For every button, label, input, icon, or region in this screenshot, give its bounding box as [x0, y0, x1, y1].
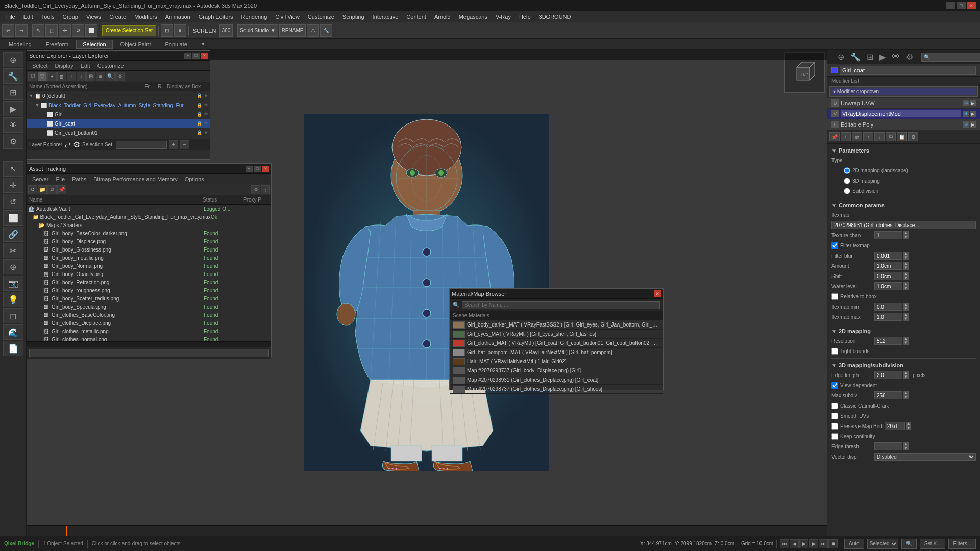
- max-subdiv-down[interactable]: ▼: [903, 395, 909, 399]
- preserve-map-input[interactable]: [885, 422, 905, 430]
- menu-item-v-ray[interactable]: V-Ray: [492, 13, 515, 21]
- asset-item-1[interactable]: 📁 Black_Toddler_Girl_Everyday_Autumn_Sty…: [27, 213, 271, 221]
- texmap-max-input[interactable]: [874, 313, 902, 321]
- asset-tracking-maximize-btn[interactable]: □: [254, 166, 261, 172]
- material-item-4[interactable]: Hair_MAT ( VRayHairNextMtl ) [Hair_Girl0…: [450, 357, 663, 366]
- select-region-button[interactable]: ⬚: [45, 24, 58, 37]
- menu-item-megascans[interactable]: Megascans: [455, 13, 492, 21]
- at-menu-paths[interactable]: Paths: [69, 176, 89, 183]
- select-tool[interactable]: ↖: [3, 161, 23, 177]
- edge-thresh-down[interactable]: ▼: [903, 446, 909, 450]
- resolution-down[interactable]: ▼: [903, 341, 909, 345]
- menu-item-interactive[interactable]: Interactive: [369, 13, 403, 21]
- camera-tool[interactable]: 📷: [3, 276, 23, 291]
- rotate-tool[interactable]: ↺: [3, 194, 23, 209]
- relative-bbox-check[interactable]: Relative to bbox: [831, 293, 877, 300]
- spacewarp-tool[interactable]: 🌊: [3, 324, 23, 340]
- menu-item-help[interactable]: Help: [515, 13, 535, 21]
- modifier-expand-btn[interactable]: ▶: [970, 100, 976, 106]
- mode-tab-freeform[interactable]: Freeform: [39, 40, 76, 49]
- menu-item-arnold[interactable]: Arnold: [430, 13, 455, 21]
- resolution-input[interactable]: [874, 337, 902, 345]
- material-item-7[interactable]: Map #2070298737 (Girl_clothes_Displace.p…: [450, 385, 663, 394]
- asset-item-5[interactable]: 🖼 Girl_body_Glossiness.png Found: [27, 245, 271, 254]
- classic-catmull-checkbox[interactable]: [831, 403, 838, 409]
- asset-item-16[interactable]: 🖼 Girl_clothes_normal.png Found: [27, 335, 271, 341]
- type-2d-radio[interactable]: 2D mapping (landscape): [844, 167, 908, 174]
- scene-tree-item-0[interactable]: ▼ 📋 0 (default) 🔒 👁: [27, 91, 210, 101]
- shift-input[interactable]: [874, 272, 902, 280]
- scene-tree-item-5[interactable]: ⬜ Girl_coat_button02 🔒 👁: [27, 137, 210, 139]
- tight-bounds-checkbox[interactable]: [831, 348, 838, 355]
- water-level-input[interactable]: [874, 282, 902, 290]
- auto-btn[interactable]: Auto: [844, 539, 864, 549]
- asset-item-10[interactable]: 🖼 Girl_body_roughness.png Found: [27, 286, 271, 294]
- texmap-min-down[interactable]: ▼: [903, 307, 909, 311]
- filter-texmap-check[interactable]: Filter texmap: [831, 242, 870, 249]
- shift-down[interactable]: ▼: [903, 276, 909, 280]
- type-subdiv-input[interactable]: [844, 188, 850, 194]
- filters-btn[interactable]: Filters...: [948, 539, 976, 549]
- menu-item-content[interactable]: Content: [402, 13, 430, 21]
- tree-toggle-0[interactable]: ▼: [28, 93, 34, 98]
- mode-tab-object-paint[interactable]: Object Paint: [114, 40, 158, 49]
- move-down-btn[interactable]: ↓: [874, 132, 885, 141]
- prev-frame-btn[interactable]: ◀: [790, 539, 799, 548]
- texture-chan-down[interactable]: ▼: [903, 235, 909, 239]
- smooth-uvs-checkbox[interactable]: [831, 413, 838, 419]
- edge-length-down[interactable]: ▼: [903, 375, 909, 379]
- utilities-tab-icon[interactable]: ⚙: [904, 51, 915, 63]
- asset-item-14[interactable]: 🖼 Girl_clothes_Dicplace.png Found: [27, 319, 271, 327]
- record-btn[interactable]: ⏺: [828, 539, 838, 548]
- smooth-uvs-check[interactable]: Smooth UVs: [831, 413, 869, 419]
- undo-button[interactable]: ↩: [2, 24, 14, 37]
- redo-button[interactable]: ↪: [15, 24, 28, 37]
- material-item-1[interactable]: Girl_eyes_MAT ( VRayMtl ) [Girl_eyes_she…: [450, 330, 663, 339]
- utilities-tool[interactable]: ⚙: [3, 134, 23, 149]
- motion-tab-icon[interactable]: ▶: [877, 51, 888, 63]
- se-options-btn[interactable]: ⚙: [115, 72, 125, 81]
- mode-tab-▾[interactable]: ▾: [195, 40, 211, 49]
- asset-item-6[interactable]: 🖼 Girl_body_metallic.png Found: [27, 254, 271, 262]
- modify-tab-icon[interactable]: 🔧: [848, 51, 863, 63]
- workspace-dropdown[interactable]: Squid Studio ▼: [237, 24, 278, 37]
- at-more-btn[interactable]: ⋮: [261, 185, 270, 194]
- menu-item-group[interactable]: Group: [58, 13, 82, 21]
- menu-item-create[interactable]: Create: [105, 13, 130, 21]
- link-tool[interactable]: 🔗: [3, 227, 23, 242]
- tree-toggle-1[interactable]: ▼: [34, 103, 40, 108]
- se-new-btn[interactable]: +: [47, 72, 57, 81]
- edge-thresh-input[interactable]: [874, 442, 902, 450]
- se-filter-btn[interactable]: ▽: [38, 72, 47, 81]
- scene-tree-item-4[interactable]: ⬜ Girl_coat_button01 🔒 👁: [27, 128, 210, 137]
- scene-tree-item-3[interactable]: ⬜ Girl_coat 🔒 👁: [27, 119, 210, 128]
- material-browser-close-btn[interactable]: ✕: [654, 290, 661, 297]
- modifier-editable-poly[interactable]: E Editable Poly 👁 ▶: [827, 119, 980, 130]
- display-tab-icon[interactable]: 👁: [890, 51, 902, 62]
- options-btn[interactable]: ⚙: [908, 132, 918, 141]
- layer-explorer-switch-btn[interactable]: ⇄: [64, 140, 71, 149]
- asset-item-4[interactable]: 🖼 Girl_body_Displace.png Found: [27, 237, 271, 245]
- at-browse-btn[interactable]: 📁: [38, 185, 47, 194]
- layer-tool[interactable]: 📄: [3, 341, 23, 356]
- 2d-mapping-header[interactable]: ▼ 2D mapping: [827, 327, 980, 336]
- modifier-dropdown[interactable]: ▾ Modifier dropdown: [831, 88, 976, 95]
- preserve-map-check[interactable]: Preserve Map Bnd: [831, 423, 883, 430]
- scene-menu-display[interactable]: Display: [52, 62, 77, 69]
- bind-tool[interactable]: ⊕: [3, 259, 23, 274]
- asset-item-12[interactable]: 🖼 Girl_body_Specular.png Found: [27, 303, 271, 311]
- align-button[interactable]: ≡: [174, 24, 186, 37]
- asset-tracking-path-input[interactable]: [29, 349, 269, 357]
- menu-item-file[interactable]: File: [2, 13, 19, 21]
- asset-item-7[interactable]: 🖼 Girl_body_Normal.png Found: [27, 262, 271, 270]
- minimize-button[interactable]: −: [946, 2, 955, 9]
- scene-tree-item-1[interactable]: ▼ ⬜ Black_Toddler_Girl_Everyday_Autumn_S…: [27, 101, 210, 110]
- create-tool[interactable]: ⊕: [3, 52, 23, 67]
- selection-set-input[interactable]: [116, 141, 167, 149]
- classic-catmull-check[interactable]: Classic Catmull-Clark: [831, 403, 889, 409]
- preserve-map-down[interactable]: ▼: [906, 426, 911, 430]
- object-search-input[interactable]: [921, 53, 980, 62]
- asset-item-9[interactable]: 🖼 Girl_body_Refraction.png Found: [27, 278, 271, 286]
- scene-menu-select[interactable]: Select: [29, 62, 51, 69]
- create-tab-icon[interactable]: ⊕: [836, 51, 846, 63]
